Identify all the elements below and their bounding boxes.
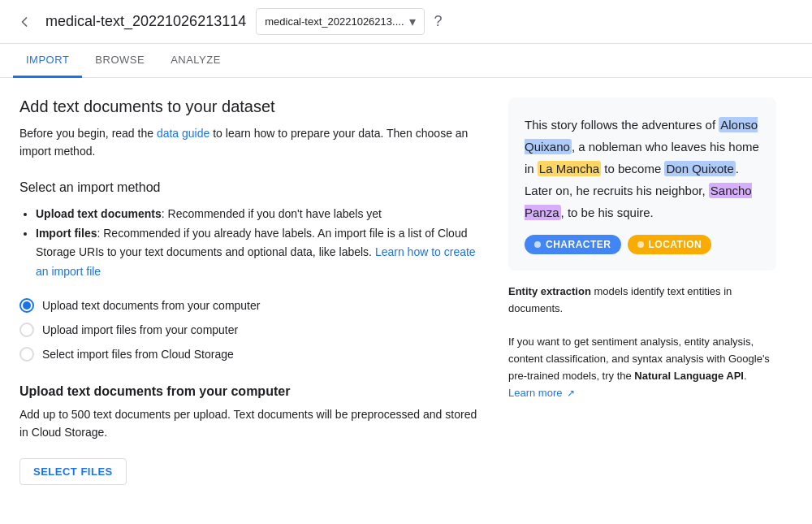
label-chips: CHARACTER LOCATION <box>525 235 760 254</box>
add-docs-title: Add text documents to your dataset <box>19 97 482 116</box>
chip-location[interactable]: LOCATION <box>628 235 712 254</box>
entity-desc-p1: Entity extraction models identify text e… <box>508 284 776 318</box>
learn-more-link[interactable]: Learn more ↗ <box>508 387 575 399</box>
preview-card: This story follows the adventures of Alo… <box>508 97 776 271</box>
radio-cloud-storage[interactable]: Select import files from Cloud Storage <box>19 347 482 362</box>
radio-label-3: Select import files from Cloud Storage <box>42 348 234 361</box>
back-button[interactable] <box>13 11 36 33</box>
radio-upload-import[interactable]: Upload import files from your computer <box>19 323 482 337</box>
radio-label-2: Upload import files from your computer <box>42 323 238 336</box>
header: medical-text_20221026213114 medical-text… <box>0 0 812 44</box>
upload-desc: Add up to 500 text documents per upload.… <box>19 405 482 442</box>
chip-location-label: LOCATION <box>649 239 702 250</box>
chip-character-label: CHARACTER <box>546 239 611 250</box>
radio-input-1 <box>19 298 34 313</box>
external-link-icon: ↗ <box>564 388 574 399</box>
chip-dot-blue <box>534 241 541 248</box>
radio-input-2 <box>19 323 34 337</box>
highlight-donquixote: Don Quixote <box>664 161 735 176</box>
intro-text: Before you begin, read the data guide to… <box>19 124 482 161</box>
chevron-down-icon: ▾ <box>409 14 416 29</box>
data-guide-link[interactable]: data guide <box>157 127 209 140</box>
radio-upload-computer[interactable]: Upload text documents from your computer <box>19 298 482 313</box>
story-prefix: This story follows the adventures of <box>525 118 719 132</box>
main-content: Add text documents to your dataset Befor… <box>0 78 812 485</box>
entity-desc-p2: If you want to get sentiment analysis, e… <box>508 334 776 401</box>
highlight-lamancha: La Mancha <box>538 161 601 176</box>
left-panel: Add text documents to your dataset Befor… <box>19 97 482 485</box>
bullet-1-bold: Upload text documents <box>36 207 162 220</box>
entity-extraction-bold: Entity extraction <box>508 285 591 297</box>
import-method-title: Select an import method <box>19 180 482 195</box>
radio-input-3 <box>19 347 34 362</box>
radio-label-1: Upload text documents from your computer <box>42 299 260 312</box>
tab-import[interactable]: IMPORT <box>13 44 82 78</box>
radio-group: Upload text documents from your computer… <box>19 298 482 362</box>
tabs-bar: IMPORT BROWSE ANALYZE <box>0 44 812 78</box>
bullet-item-1: Upload text documents: Recommended if yo… <box>36 205 482 224</box>
right-panel: This story follows the adventures of Alo… <box>508 97 776 485</box>
entity-description: Entity extraction models identify text e… <box>508 284 776 402</box>
tab-analyze[interactable]: ANALYZE <box>158 44 234 78</box>
bullet-list: Upload text documents: Recommended if yo… <box>19 205 482 282</box>
page-title: medical-text_20221026213114 <box>45 13 246 30</box>
bullet-item-2: Import files: Recommended if you already… <box>36 224 482 282</box>
dropdown-text: medical-text_20221026213.... <box>265 15 404 28</box>
select-files-button[interactable]: SELECT FILES <box>19 458 127 485</box>
chip-character[interactable]: CHARACTER <box>525 235 621 254</box>
chip-dot-yellow <box>637 241 644 248</box>
help-icon[interactable]: ? <box>434 13 443 30</box>
upload-section-title: Upload text documents from your computer <box>19 384 482 399</box>
bullet-1-text: : Recommended if you don't have labels y… <box>162 207 382 220</box>
story-text: This story follows the adventures of Alo… <box>525 114 760 223</box>
tab-browse[interactable]: BROWSE <box>82 44 158 78</box>
dataset-dropdown[interactable]: medical-text_20221026213.... ▾ <box>256 8 424 35</box>
bullet-2-bold: Import files <box>36 227 97 240</box>
nlp-api-bold: Natural Language API <box>634 370 744 382</box>
